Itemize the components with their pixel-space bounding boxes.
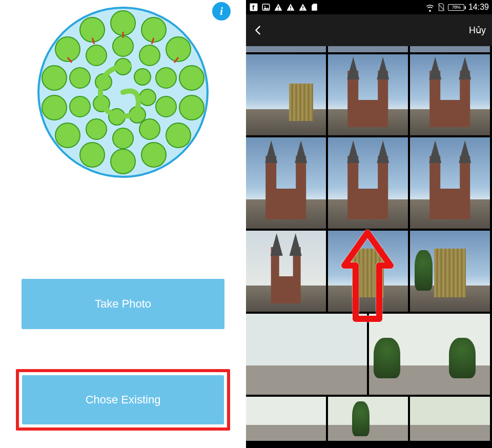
svg-point-17 [139, 45, 160, 66]
gallery-thumb[interactable] [246, 54, 326, 135]
gallery-thumb[interactable] [410, 46, 490, 52]
svg-point-6 [179, 95, 204, 120]
svg-point-2 [111, 11, 135, 35]
svg-point-24 [70, 68, 90, 88]
svg-point-8 [141, 142, 166, 167]
svg-rect-47 [302, 9, 303, 10]
gallery-thumb[interactable] [410, 231, 490, 312]
svg-text:f: f [252, 4, 255, 11]
svg-point-23 [70, 96, 90, 117]
battery-percent: 78% [452, 5, 461, 10]
gallery-thumb[interactable] [246, 137, 326, 229]
gallery-thumb[interactable] [410, 54, 490, 135]
status-bar: f 78% 14:39 [246, 0, 492, 14]
svg-point-27 [134, 69, 151, 85]
svg-point-18 [156, 68, 176, 88]
gallery-thumb[interactable] [246, 397, 326, 441]
warning-icon [298, 3, 308, 12]
photo-source-screen: i [0, 0, 246, 448]
gallery-thumb[interactable] [246, 314, 367, 395]
svg-rect-44 [290, 6, 291, 9]
svg-rect-43 [278, 9, 279, 10]
spiral-trees-logo [36, 5, 210, 179]
gallery-thumb[interactable] [246, 46, 326, 52]
svg-point-16 [113, 36, 133, 56]
gallery-thumb[interactable] [410, 397, 490, 441]
no-sim-icon [437, 3, 446, 12]
svg-point-28 [139, 89, 156, 106]
status-time: 14:39 [468, 3, 489, 12]
battery-icon: 78% [448, 4, 464, 11]
gallery-thumb[interactable] [328, 231, 408, 312]
svg-point-25 [86, 45, 107, 66]
button-stack: Take Photo Chose Existing [0, 279, 246, 431]
warning-icon [286, 3, 295, 12]
cancel-button[interactable]: Hủy [469, 25, 486, 36]
svg-point-12 [42, 95, 67, 120]
gallery-thumb[interactable] [246, 231, 326, 312]
warning-icon [274, 3, 283, 12]
svg-point-21 [113, 128, 133, 149]
svg-point-11 [55, 123, 80, 148]
svg-point-9 [111, 149, 135, 174]
svg-rect-42 [278, 6, 279, 9]
take-photo-button[interactable]: Take Photo [22, 279, 224, 329]
svg-point-22 [86, 119, 107, 139]
sd-card-icon [311, 3, 320, 12]
gallery-thumb[interactable] [410, 137, 490, 229]
gallery-thumb[interactable] [328, 397, 408, 441]
svg-point-20 [139, 119, 160, 139]
app-logo [36, 5, 210, 181]
svg-rect-46 [302, 6, 303, 9]
gallery-thumb[interactable] [328, 54, 408, 135]
gallery-thumb[interactable] [369, 314, 490, 395]
facebook-icon: f [249, 3, 258, 12]
svg-point-41 [264, 6, 265, 7]
back-icon[interactable] [252, 25, 263, 36]
photo-grid[interactable] [246, 46, 492, 448]
svg-point-19 [156, 96, 176, 117]
gallery-picker-screen: f 78% 14:39 Hủy [246, 0, 492, 448]
chose-existing-highlight: Chose Existing [16, 369, 230, 431]
gallery-thumb[interactable] [328, 46, 408, 52]
svg-point-10 [80, 142, 105, 167]
nav-bar: Hủy [246, 14, 492, 46]
image-icon [261, 3, 271, 12]
svg-point-7 [166, 123, 191, 148]
gallery-thumb[interactable] [328, 137, 408, 229]
chose-existing-button[interactable]: Chose Existing [22, 375, 224, 424]
svg-point-5 [179, 66, 204, 90]
wifi-icon [425, 3, 435, 12]
svg-point-13 [42, 66, 67, 90]
info-icon[interactable]: i [212, 2, 231, 21]
svg-rect-45 [290, 9, 291, 10]
